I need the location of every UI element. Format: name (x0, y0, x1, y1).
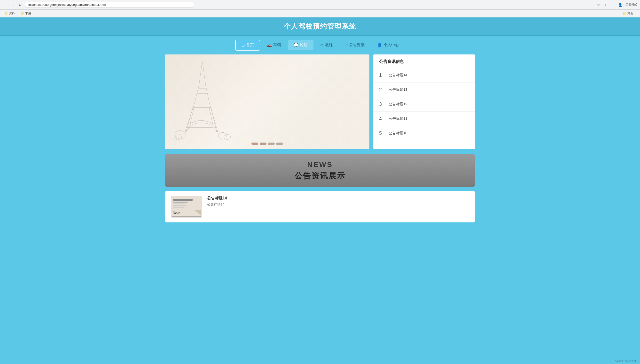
reload-button[interactable]: ↻ (18, 2, 23, 8)
announcement-item-2[interactable]: 2 公告标题13 (373, 82, 475, 97)
vehicle-icon: 🚗 (267, 43, 272, 48)
ann-title-1: 公告标题14 (389, 73, 408, 78)
svg-rect-34 (173, 208, 184, 208)
indicator-3[interactable] (268, 142, 275, 145)
svg-rect-33 (173, 206, 187, 206)
bookmark-label: 资料 (9, 12, 15, 16)
announcement-item-4[interactable]: 4 公告标题11 (373, 112, 475, 126)
mode-label: 无痕模式 (625, 3, 637, 7)
nav-label-announcement: 公告资讯 (349, 42, 365, 48)
ann-num-3: 3 (379, 102, 385, 107)
nav-item-home[interactable]: ⊡ 首页 (235, 40, 260, 50)
carousel-image (165, 54, 370, 149)
ann-num-5: 5 (379, 130, 385, 136)
browser-actions: ☆ ↓ □ 👤 无痕模式 (595, 2, 637, 8)
folder-icon-3: 📁 (623, 12, 626, 15)
announcement-item-5[interactable]: 5 公告标题10 (373, 126, 475, 140)
nav-item-profile[interactable]: 👤 个人中心 (371, 40, 405, 50)
svg-rect-30 (173, 199, 193, 201)
profile-button[interactable]: 👤 (617, 2, 623, 8)
bookmark-item-common[interactable]: 📁 常用 (19, 11, 33, 16)
bookmark-star-button[interactable]: ☆ (595, 2, 601, 8)
carousel-container[interactable] (165, 54, 370, 149)
news-description: 公告详情14 (207, 202, 469, 207)
bookmarks-bar: 📁 资料 📁 常用 📁 其他... (0, 10, 640, 18)
news-en-title: NEWS (165, 160, 475, 169)
ann-num-1: 1 (379, 72, 385, 78)
news-thumbnail-svg: News (171, 196, 202, 218)
bookmark-item-others[interactable]: 📁 其他... (621, 11, 637, 16)
site-header: 个人驾校预约管理系统 (0, 18, 640, 36)
site-title: 个人驾校预约管理系统 (0, 22, 640, 31)
news-title: 公告标题14 (207, 196, 469, 201)
news-content: 公告标题14 公告详情14 (207, 196, 469, 207)
nav-label-profile: 个人中心 (384, 42, 399, 48)
extend-button[interactable]: □ (610, 2, 616, 8)
ann-num-2: 2 (379, 87, 385, 92)
bookmark-label-2: 常用 (25, 12, 31, 16)
nav-bar: ⊡ 首页 🚗 车辆 💬 论坛 ⚙ 教练 ○ 公告资讯 👤 个人中心 (0, 36, 640, 54)
ann-num-4: 4 (379, 116, 385, 122)
profile-nav-icon: 👤 (377, 43, 382, 48)
news-section: NEWS 公告资讯展示 News (150, 154, 490, 227)
nav-label-coach: 教练 (325, 42, 333, 48)
folder-icon-2: 📁 (21, 12, 24, 15)
announcement-item-3[interactable]: 3 公告标题12 (373, 97, 475, 112)
address-bar[interactable]: localhost:8080/gerenjiaxiaoyuyueguanli/f… (25, 2, 194, 8)
main-content: 公告资讯信息 1 公告标题14 2 公告标题13 3 公告标题12 4 公告标题… (150, 54, 490, 154)
bookmark-label-3: 其他... (627, 12, 636, 16)
svg-rect-32 (173, 204, 185, 204)
bookmark-item-resources[interactable]: 📁 资料 (3, 11, 16, 16)
ann-title-4: 公告标题11 (389, 116, 408, 121)
announcement-item-1[interactable]: 1 公告标题14 (373, 68, 475, 82)
svg-text:News: News (172, 211, 180, 215)
indicator-2[interactable] (260, 142, 266, 145)
ann-title-2: 公告标题13 (389, 87, 408, 92)
page-wrapper: 个人驾校预约管理系统 ⊡ 首页 🚗 车辆 💬 论坛 ⚙ 教练 ○ 公告资讯 👤 … (0, 18, 640, 364)
ann-title-5: 公告标题10 (389, 131, 408, 136)
url-text: localhost:8080/gerenjiaxiaoyuyueguanli/f… (28, 3, 191, 6)
indicator-1[interactable] (251, 142, 258, 145)
page-footer-watermark: CSDN · xiaohong... (615, 359, 638, 362)
nav-label-vehicle: 车辆 (273, 42, 281, 48)
news-card-container: News 公告标题14 公告详情14 (165, 191, 475, 222)
browser-chrome: ← → ↻ localhost:8080/gerenjiaxiaoyuyuegu… (0, 0, 640, 10)
nav-label-forum: 论坛 (300, 42, 308, 48)
forum-icon: 💬 (293, 43, 298, 48)
nav-label-home: 首页 (246, 42, 254, 48)
nav-item-announcement[interactable]: ○ 公告资讯 (340, 40, 371, 50)
carousel-indicators (251, 142, 283, 145)
news-zh-title: 公告资讯展示 (165, 170, 475, 181)
nav-item-coach[interactable]: ⚙ 教练 (314, 40, 339, 50)
news-thumbnail: News (171, 196, 202, 218)
news-banner: NEWS 公告资讯展示 (165, 154, 475, 187)
folder-icon: 📁 (4, 12, 8, 15)
home-icon: ⊡ (241, 43, 245, 48)
announcement-icon: ○ (346, 43, 348, 48)
indicator-4[interactable] (276, 142, 283, 145)
nav-item-forum[interactable]: 💬 论坛 (288, 40, 313, 50)
back-button[interactable]: ← (3, 2, 8, 8)
nav-item-vehicle[interactable]: 🚗 车辆 (261, 40, 287, 50)
announcement-header: 公告资讯信息 (373, 54, 475, 68)
coach-icon: ⚙ (320, 43, 324, 48)
announcement-list: 1 公告标题14 2 公告标题13 3 公告标题12 4 公告标题11 5 (373, 68, 475, 140)
download-button[interactable]: ↓ (603, 2, 608, 8)
announcement-panel: 公告资讯信息 1 公告标题14 2 公告标题13 3 公告标题12 4 公告标题… (373, 54, 475, 149)
forward-button[interactable]: → (10, 2, 16, 8)
ann-title-3: 公告标题12 (389, 102, 408, 106)
svg-rect-31 (173, 202, 188, 202)
